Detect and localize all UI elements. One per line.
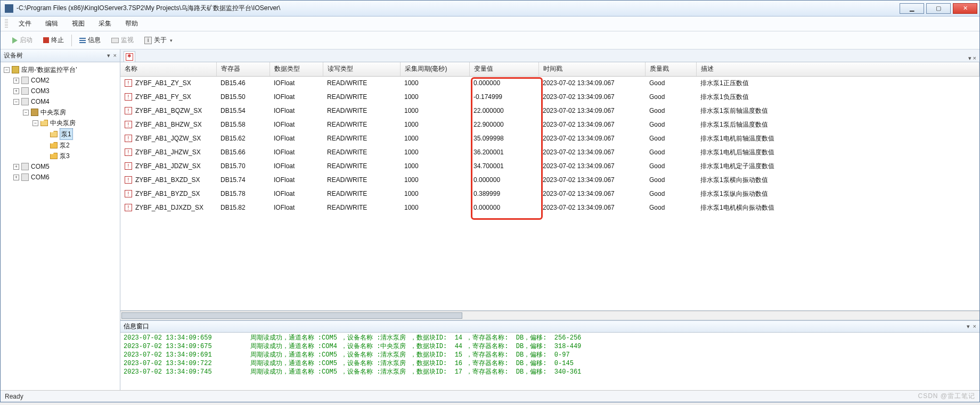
cell-datatype: IOFloat [270, 187, 323, 201]
cell-description: 排水泵1泵纵向振动数值 [696, 187, 979, 201]
col-register[interactable]: 寄存器 [216, 62, 270, 76]
cell-name: ZYBF_AB1_JDZW_SX [135, 162, 201, 170]
expander-icon[interactable]: − [32, 120, 38, 126]
log-line: 2023-07-02 13:34:09:659 周期读成功，通道名称 :COM5… [124, 334, 976, 342]
table-row[interactable]: !ZYBF_AB1_BYZD_SXDB15.78IOFloatREAD/WRIT… [120, 187, 979, 201]
maximize-button[interactable]: ▢ [926, 3, 951, 14]
cell-datatype: IOFloat [270, 76, 323, 90]
cell-quality: Good [645, 187, 696, 201]
tree-com5[interactable]: COM5 [31, 161, 50, 172]
col-quality[interactable]: 质量戳 [645, 62, 696, 76]
watermark-text: CSDN @雷工笔记 [918, 392, 975, 401]
cell-value: 0.000000 [469, 201, 538, 214]
col-name[interactable]: 名称 [120, 62, 216, 76]
com-icon [21, 87, 29, 95]
cell-value: 0.000000 [469, 76, 538, 90]
col-value[interactable]: 变量值 [469, 62, 538, 76]
pin-icon[interactable]: ▾ [107, 52, 110, 59]
col-description[interactable]: 描述 [696, 62, 979, 76]
window-buttons: ▁ ▢ ✕ [900, 3, 977, 14]
table-row[interactable]: !ZYBF_AB1_JQZW_SXDB15.62IOFloatREAD/WRIT… [120, 131, 979, 145]
device-tree[interactable]: −应用-'数据监控平台' +COM2 +COM3 −COM4 −中央泵房 [1, 62, 120, 390]
tree-dev1[interactable]: 中央泵房 [40, 107, 66, 118]
cell-register: DB15.82 [216, 201, 270, 214]
menu-help[interactable]: 帮助 [119, 17, 144, 30]
toolbar: 启动 终止 信息 监视 i关于▾ [1, 31, 979, 49]
cell-quality: Good [645, 90, 696, 104]
minimize-button[interactable]: ▁ [900, 3, 924, 14]
tab-dropdown-icon[interactable]: ▾ [968, 55, 971, 61]
about-button[interactable]: i关于▾ [141, 35, 176, 46]
cell-period: 1000 [400, 104, 469, 118]
window-title: -C:\Program Files (x86)\KingIOServer3.7S… [17, 4, 900, 13]
expander-icon[interactable]: − [4, 67, 10, 73]
cell-period: 1000 [400, 90, 469, 104]
info-header[interactable]: 信息窗口 ▾× [120, 321, 979, 333]
tree-com3[interactable]: COM3 [31, 86, 50, 96]
monitor-label: 监视 [121, 36, 134, 45]
tree-pump2[interactable]: 泵2 [60, 140, 70, 151]
table-row[interactable]: !ZYBF_AB1_BQZW_SXDB15.54IOFloatREAD/WRIT… [120, 104, 979, 118]
tag-icon: ! [125, 176, 132, 184]
cell-name: ZYBF_AB1_JHZW_SX [135, 148, 201, 156]
tree-com2[interactable]: COM2 [31, 75, 50, 86]
tree-dev2[interactable]: 中央泵房 [50, 118, 76, 128]
expander-icon[interactable]: − [23, 110, 29, 115]
tag-grid-wrapper: 名称 寄存器 数据类型 读写类型 采集周期(毫秒) 变量值 时间戳 质量戳 描述… [120, 62, 979, 311]
panel-close-icon[interactable]: × [113, 52, 117, 59]
close-button[interactable]: ✕ [953, 3, 977, 14]
tree-com6[interactable]: COM6 [31, 172, 50, 183]
col-datatype[interactable]: 数据类型 [270, 62, 323, 76]
monitor-button[interactable]: 监视 [108, 35, 137, 46]
menu-grip[interactable] [5, 19, 8, 29]
info-log[interactable]: 2023-07-02 13:34:09:659 周期读成功，通道名称 :COM5… [120, 333, 979, 390]
expander-icon[interactable]: + [13, 88, 19, 94]
cell-description: 排水泵1电机横向振动数值 [696, 201, 979, 214]
tab-tags[interactable] [124, 51, 135, 62]
tree-com4[interactable]: COM4 [31, 96, 50, 107]
tree-root[interactable]: 应用-'数据监控平台' [21, 64, 77, 75]
tag-grid[interactable]: 名称 寄存器 数据类型 读写类型 采集周期(毫秒) 变量值 时间戳 质量戳 描述… [120, 62, 979, 214]
menu-view[interactable]: 视图 [66, 17, 91, 30]
table-row[interactable]: !ZYBF_AB1_DJXZD_SXDB15.82IOFloatREAD/WRI… [120, 201, 979, 214]
com-icon [21, 98, 29, 105]
table-row[interactable]: !ZYBF_AB1_JHZW_SXDB15.66IOFloatREAD/WRIT… [120, 145, 979, 159]
menu-edit[interactable]: 编辑 [39, 17, 64, 30]
cell-datatype: IOFloat [270, 159, 323, 173]
cell-period: 1000 [400, 145, 469, 159]
dropdown-icon: ▾ [170, 38, 173, 43]
log-line: 2023-07-02 13:34:09:722 周期读成功，通道名称 :COM5… [124, 359, 976, 368]
table-row[interactable]: !ZYBF_AB1_FY_SXDB15.50IOFloatREAD/WRITE1… [120, 90, 979, 104]
play-icon [12, 37, 18, 44]
start-button[interactable]: 启动 [9, 35, 36, 46]
table-row[interactable]: !ZYBF_AB1_BHZW_SXDB15.58IOFloatREAD/WRIT… [120, 118, 979, 131]
device-tree-header[interactable]: 设备树 ▾× [1, 49, 120, 62]
tag-icon: ! [125, 190, 132, 197]
expander-icon[interactable]: + [13, 175, 19, 180]
expander-icon[interactable]: − [13, 99, 19, 105]
tree-pump3[interactable]: 泵3 [60, 151, 70, 161]
menu-collect[interactable]: 采集 [92, 17, 118, 30]
grid-header-row[interactable]: 名称 寄存器 数据类型 读写类型 采集周期(毫秒) 变量值 时间戳 质量戳 描述 [120, 62, 979, 76]
scroll-thumb[interactable] [121, 312, 462, 319]
table-row[interactable]: !ZYBF_AB1_JDZW_SXDB15.70IOFloatREAD/WRIT… [120, 159, 979, 173]
cell-description: 排水泵1正压数值 [696, 76, 979, 90]
tree-pump1[interactable]: 泵1 [60, 128, 73, 140]
stop-button[interactable]: 终止 [40, 35, 67, 46]
expander-icon[interactable]: + [13, 164, 19, 170]
expander-icon[interactable]: + [13, 78, 19, 84]
about-label: 关于 [154, 36, 167, 45]
tab-close-icon[interactable]: × [973, 55, 976, 61]
info-button[interactable]: 信息 [76, 35, 104, 46]
panel-close-icon[interactable]: × [973, 323, 976, 330]
pin-icon[interactable]: ▾ [967, 323, 970, 330]
col-period[interactable]: 采集周期(毫秒) [400, 62, 469, 76]
table-row[interactable]: !ZYBF_AB1_ZY_SXDB15.46IOFloatREAD/WRITE1… [120, 76, 979, 90]
col-rwtype[interactable]: 读写类型 [323, 62, 400, 76]
table-row[interactable]: !ZYBF_AB1_BXZD_SXDB15.74IOFloatREAD/WRIT… [120, 173, 979, 187]
menu-file[interactable]: 文件 [12, 17, 38, 30]
cell-timestamp: 2023-07-02 13:34:09.067 [538, 187, 645, 201]
horizontal-scrollbar[interactable] [120, 311, 979, 320]
title-bar[interactable]: -C:\Program Files (x86)\KingIOServer3.7S… [1, 1, 979, 16]
col-timestamp[interactable]: 时间戳 [538, 62, 645, 76]
